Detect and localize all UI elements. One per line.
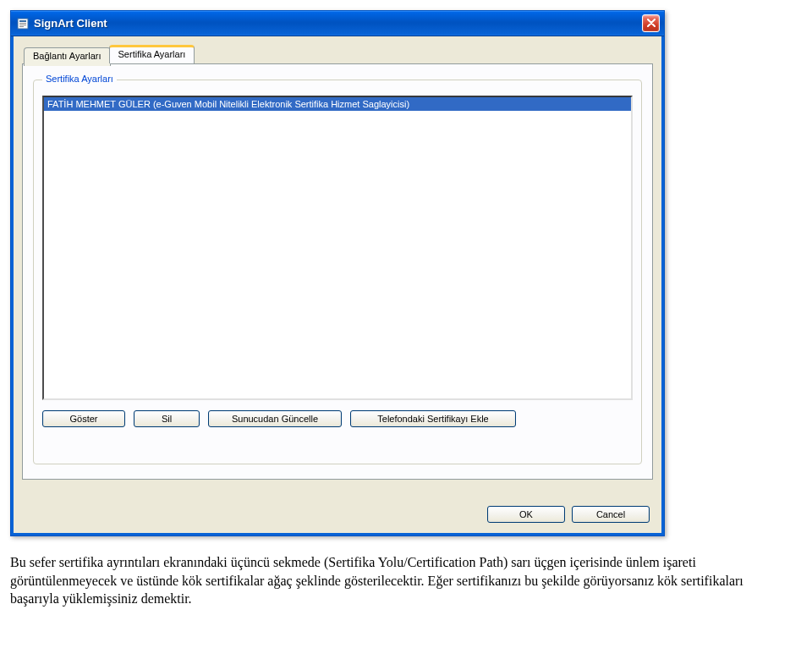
tab-sertifika-ayarlari[interactable]: Sertifika Ayarları bbox=[109, 45, 195, 63]
titlebar[interactable]: SignArt Client bbox=[11, 11, 664, 36]
button-row: Göster Sil Sunucudan Güncelle Telefondak… bbox=[42, 410, 633, 427]
app-icon bbox=[16, 17, 30, 30]
sil-button[interactable]: Sil bbox=[134, 410, 200, 427]
tab-baglanti-ayarlari[interactable]: Bağlantı Ayarları bbox=[24, 47, 111, 66]
close-icon bbox=[647, 19, 656, 29]
tab-content: Sertifika Ayarları FATİH MEHMET GÜLER (e… bbox=[22, 63, 653, 480]
description-text: Bu sefer sertifika ayrıntıları ekranında… bbox=[10, 553, 788, 608]
tabs-container: Bağlantı Ayarları Sertifika Ayarları Ser… bbox=[22, 45, 653, 480]
list-item[interactable]: FATİH MEHMET GÜLER (e-Guven Mobil Niteli… bbox=[44, 97, 631, 111]
svg-rect-2 bbox=[19, 23, 26, 24]
groupbox-sertifika-ayarlari: Sertifika Ayarları FATİH MEHMET GÜLER (e… bbox=[33, 80, 642, 464]
certificate-listbox[interactable]: FATİH MEHMET GÜLER (e-Guven Mobil Niteli… bbox=[42, 96, 633, 400]
ok-button[interactable]: OK bbox=[487, 506, 565, 523]
tabs-header: Bağlantı Ayarları Sertifika Ayarları bbox=[24, 45, 653, 63]
telefondaki-sertifikayi-ekle-button[interactable]: Telefondaki Sertifikayı Ekle bbox=[350, 410, 516, 427]
close-button[interactable] bbox=[642, 14, 660, 32]
groupbox-title: Sertifika Ayarları bbox=[42, 74, 117, 84]
window-title: SignArt Client bbox=[34, 17, 642, 30]
dialog-buttons: OK Cancel bbox=[487, 506, 650, 523]
svg-rect-1 bbox=[19, 20, 26, 22]
app-window: SignArt Client Bağlantı Ayarları Sertifi… bbox=[10, 10, 665, 536]
cancel-button[interactable]: Cancel bbox=[572, 506, 650, 523]
goster-button[interactable]: Göster bbox=[42, 410, 125, 427]
sunucudan-guncelle-button[interactable]: Sunucudan Güncelle bbox=[208, 410, 342, 427]
svg-rect-4 bbox=[19, 26, 24, 27]
svg-rect-3 bbox=[19, 25, 26, 25]
window-body: Bağlantı Ayarları Sertifika Ayarları Ser… bbox=[11, 36, 664, 535]
